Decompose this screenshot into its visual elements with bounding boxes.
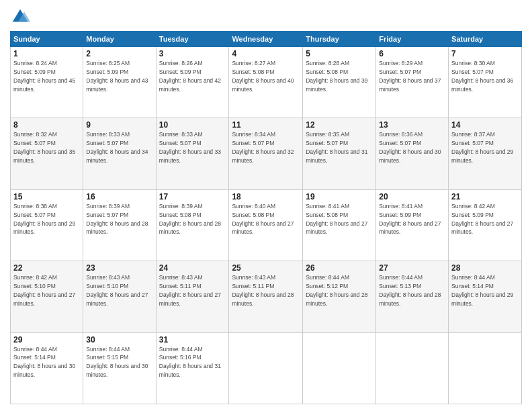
calendar-cell: 11Sunrise: 8:34 AMSunset: 5:07 PMDayligh… <box>229 118 303 189</box>
day-info: Sunrise: 8:44 AMSunset: 5:13 PMDaylight:… <box>379 274 441 307</box>
day-info: Sunrise: 8:27 AMSunset: 5:08 PMDaylight:… <box>232 60 294 93</box>
calendar-cell: 14Sunrise: 8:37 AMSunset: 5:07 PMDayligh… <box>449 118 522 189</box>
day-number: 16 <box>86 192 152 201</box>
day-number: 18 <box>232 192 300 201</box>
day-info: Sunrise: 8:33 AMSunset: 5:07 PMDaylight:… <box>86 131 148 164</box>
day-info: Sunrise: 8:34 AMSunset: 5:07 PMDaylight:… <box>232 131 294 164</box>
logo-icon <box>10 7 30 27</box>
calendar-table: SundayMondayTuesdayWednesdayThursdayFrid… <box>10 31 522 404</box>
page: SundayMondayTuesdayWednesdayThursdayFrid… <box>0 0 532 411</box>
calendar-week-3: 15Sunrise: 8:38 AMSunset: 5:07 PMDayligh… <box>11 189 522 261</box>
calendar-week-1: 1Sunrise: 8:24 AMSunset: 5:09 PMDaylight… <box>11 47 522 118</box>
calendar-body: 1Sunrise: 8:24 AMSunset: 5:09 PMDaylight… <box>11 47 522 404</box>
day-info: Sunrise: 8:38 AMSunset: 5:07 PMDaylight:… <box>13 203 75 236</box>
calendar-cell: 16Sunrise: 8:39 AMSunset: 5:07 PMDayligh… <box>83 189 156 261</box>
calendar-header-row: SundayMondayTuesdayWednesdayThursdayFrid… <box>11 32 522 47</box>
day-number: 30 <box>86 335 152 345</box>
day-number: 31 <box>159 335 226 345</box>
calendar-cell: 10Sunrise: 8:33 AMSunset: 5:07 PMDayligh… <box>156 118 229 189</box>
day-number: 12 <box>306 120 373 130</box>
calendar-cell: 30Sunrise: 8:44 AMSunset: 5:15 PMDayligh… <box>83 332 156 404</box>
day-info: Sunrise: 8:44 AMSunset: 5:16 PMDaylight:… <box>159 346 221 379</box>
day-number: 11 <box>232 120 300 130</box>
calendar-header: SundayMondayTuesdayWednesdayThursdayFrid… <box>11 32 522 47</box>
day-number: 22 <box>13 263 80 273</box>
day-number: 13 <box>379 120 445 130</box>
day-info: Sunrise: 8:33 AMSunset: 5:07 PMDaylight:… <box>159 131 221 164</box>
calendar-cell: 13Sunrise: 8:36 AMSunset: 5:07 PMDayligh… <box>376 118 449 189</box>
calendar-cell: 15Sunrise: 8:38 AMSunset: 5:07 PMDayligh… <box>11 189 83 261</box>
calendar-header-thursday: Thursday <box>303 32 376 47</box>
day-info: Sunrise: 8:25 AMSunset: 5:09 PMDaylight:… <box>86 60 148 93</box>
day-info: Sunrise: 8:43 AMSunset: 5:11 PMDaylight:… <box>232 274 294 307</box>
day-info: Sunrise: 8:42 AMSunset: 5:10 PMDaylight:… <box>13 274 75 307</box>
day-number: 4 <box>232 49 300 58</box>
calendar-cell: 9Sunrise: 8:33 AMSunset: 5:07 PMDaylight… <box>83 118 156 189</box>
logo <box>10 7 33 27</box>
day-number: 20 <box>379 192 445 201</box>
day-number: 25 <box>232 263 300 273</box>
day-info: Sunrise: 8:29 AMSunset: 5:07 PMDaylight:… <box>379 60 441 93</box>
day-number: 1 <box>13 49 80 58</box>
header <box>10 7 522 27</box>
calendar-cell: 8Sunrise: 8:32 AMSunset: 5:07 PMDaylight… <box>11 118 83 189</box>
day-info: Sunrise: 8:40 AMSunset: 5:08 PMDaylight:… <box>232 203 294 236</box>
calendar-cell: 26Sunrise: 8:44 AMSunset: 5:12 PMDayligh… <box>303 261 376 332</box>
day-number: 14 <box>451 120 519 130</box>
day-number: 9 <box>86 120 152 130</box>
day-info: Sunrise: 8:37 AMSunset: 5:07 PMDaylight:… <box>451 131 513 164</box>
day-number: 29 <box>13 335 80 345</box>
calendar-cell: 5Sunrise: 8:28 AMSunset: 5:08 PMDaylight… <box>303 47 376 118</box>
calendar-cell: 23Sunrise: 8:43 AMSunset: 5:10 PMDayligh… <box>83 261 156 332</box>
day-number: 7 <box>451 49 519 58</box>
day-info: Sunrise: 8:32 AMSunset: 5:07 PMDaylight:… <box>13 131 75 164</box>
calendar-header-tuesday: Tuesday <box>156 32 229 47</box>
day-number: 26 <box>306 263 373 273</box>
day-info: Sunrise: 8:43 AMSunset: 5:10 PMDaylight:… <box>86 274 148 307</box>
day-info: Sunrise: 8:41 AMSunset: 5:09 PMDaylight:… <box>379 203 441 236</box>
calendar-cell: 21Sunrise: 8:42 AMSunset: 5:09 PMDayligh… <box>449 189 522 261</box>
day-number: 2 <box>86 49 152 58</box>
day-info: Sunrise: 8:44 AMSunset: 5:12 PMDaylight:… <box>306 274 367 307</box>
day-info: Sunrise: 8:44 AMSunset: 5:15 PMDaylight:… <box>86 346 148 379</box>
day-number: 21 <box>451 192 519 201</box>
day-info: Sunrise: 8:39 AMSunset: 5:08 PMDaylight:… <box>159 203 221 236</box>
calendar-cell: 20Sunrise: 8:41 AMSunset: 5:09 PMDayligh… <box>376 189 449 261</box>
day-info: Sunrise: 8:35 AMSunset: 5:07 PMDaylight:… <box>306 131 367 164</box>
day-info: Sunrise: 8:42 AMSunset: 5:09 PMDaylight:… <box>451 203 513 236</box>
day-number: 15 <box>13 192 80 201</box>
calendar-cell: 1Sunrise: 8:24 AMSunset: 5:09 PMDaylight… <box>11 47 83 118</box>
calendar-cell: 31Sunrise: 8:44 AMSunset: 5:16 PMDayligh… <box>156 332 229 404</box>
calendar-header-sunday: Sunday <box>11 32 83 47</box>
calendar-header-monday: Monday <box>83 32 156 47</box>
calendar-cell <box>449 332 522 404</box>
calendar-cell: 2Sunrise: 8:25 AMSunset: 5:09 PMDaylight… <box>83 47 156 118</box>
calendar-cell <box>376 332 449 404</box>
calendar-cell: 27Sunrise: 8:44 AMSunset: 5:13 PMDayligh… <box>376 261 449 332</box>
calendar-cell: 29Sunrise: 8:44 AMSunset: 5:14 PMDayligh… <box>11 332 83 404</box>
day-number: 24 <box>159 263 226 273</box>
calendar-header-friday: Friday <box>376 32 449 47</box>
day-info: Sunrise: 8:43 AMSunset: 5:11 PMDaylight:… <box>159 274 221 307</box>
calendar-cell: 19Sunrise: 8:41 AMSunset: 5:08 PMDayligh… <box>303 189 376 261</box>
calendar-cell: 24Sunrise: 8:43 AMSunset: 5:11 PMDayligh… <box>156 261 229 332</box>
calendar-cell <box>229 332 303 404</box>
calendar-cell <box>303 332 376 404</box>
calendar-cell: 28Sunrise: 8:44 AMSunset: 5:14 PMDayligh… <box>449 261 522 332</box>
day-number: 5 <box>306 49 373 58</box>
day-number: 6 <box>379 49 445 58</box>
day-info: Sunrise: 8:26 AMSunset: 5:09 PMDaylight:… <box>159 60 221 93</box>
day-info: Sunrise: 8:36 AMSunset: 5:07 PMDaylight:… <box>379 131 441 164</box>
calendar-week-5: 29Sunrise: 8:44 AMSunset: 5:14 PMDayligh… <box>11 332 522 404</box>
calendar-cell: 3Sunrise: 8:26 AMSunset: 5:09 PMDaylight… <box>156 47 229 118</box>
day-number: 27 <box>379 263 445 273</box>
calendar-week-4: 22Sunrise: 8:42 AMSunset: 5:10 PMDayligh… <box>11 261 522 332</box>
day-number: 10 <box>159 120 226 130</box>
day-info: Sunrise: 8:28 AMSunset: 5:08 PMDaylight:… <box>306 60 367 93</box>
day-info: Sunrise: 8:41 AMSunset: 5:08 PMDaylight:… <box>306 203 367 236</box>
day-info: Sunrise: 8:24 AMSunset: 5:09 PMDaylight:… <box>13 60 75 93</box>
day-number: 23 <box>86 263 152 273</box>
calendar-cell: 22Sunrise: 8:42 AMSunset: 5:10 PMDayligh… <box>11 261 83 332</box>
calendar-cell: 18Sunrise: 8:40 AMSunset: 5:08 PMDayligh… <box>229 189 303 261</box>
day-number: 17 <box>159 192 226 201</box>
